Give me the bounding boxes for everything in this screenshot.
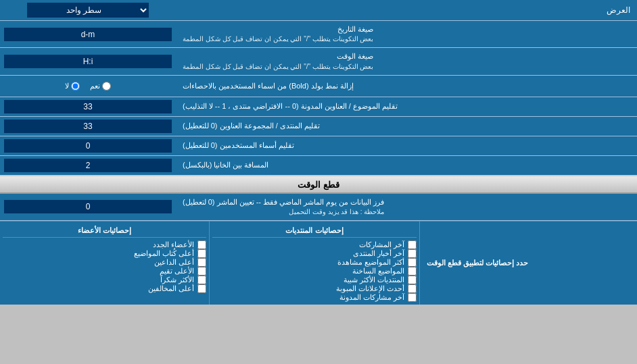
- realtime-section-header: قطع الوقت: [0, 176, 637, 194]
- checkbox-forum-news-input[interactable]: [408, 249, 417, 258]
- checkbox-most-similar-input[interactable]: [408, 276, 417, 284]
- checkbox-top-inviters-input[interactable]: [197, 258, 206, 267]
- members-stats-col: إحصائيات الأعضاء الأعضاء الجدد أعلى كُتا…: [0, 222, 209, 305]
- bold-remove-radio-area: نعم لا: [0, 76, 176, 97]
- bold-no-radio[interactable]: [71, 82, 80, 90]
- checkbox-top-violators: أعلى المخالفين: [3, 284, 206, 293]
- forums-stats-col: إحصائيات المنتديات آخر المشاركات آخر أخب…: [209, 222, 419, 305]
- checkbox-limit-label: حدد إحصائيات لتطبيق قطع الوقت: [419, 222, 637, 305]
- checkbox-forum-news: آخر أخبار المنتدى: [212, 249, 416, 258]
- gap-input-area: 2: [0, 156, 176, 175]
- checkbox-last-posts-input[interactable]: [408, 240, 417, 249]
- order-forums-row: تقليم المنتدى / المجموعة العناوين (0 للت…: [0, 117, 637, 136]
- gap-input[interactable]: 2: [4, 159, 172, 172]
- realtime-input[interactable]: 0: [4, 200, 172, 213]
- realtime-input-area: 0: [0, 194, 176, 220]
- checkbox-most-thanks: الأكثر شكراً: [3, 276, 206, 284]
- display-input-area: سطر واحد سطرين ثلاثة أسطر: [0, 0, 176, 20]
- checkbox-most-thanks-input[interactable]: [197, 276, 206, 284]
- bold-yes-radio[interactable]: [102, 82, 111, 90]
- checkbox-top-rated-input[interactable]: [197, 267, 206, 276]
- order-subjects-label: تقليم الموضوع / العناوين المدونة (0 -- ا…: [176, 97, 637, 116]
- order-subjects-input[interactable]: 33: [4, 100, 172, 113]
- order-users-label: تقليم أسماء المستخدمين (0 للتعطيل): [176, 136, 637, 155]
- order-users-input[interactable]: 0: [4, 139, 172, 153]
- checkbox-blog-posts-input[interactable]: [408, 293, 417, 302]
- time-format-input[interactable]: H:i: [4, 55, 172, 68]
- checkbox-latest-ads: أحدث الإعلانات المبوبة: [212, 284, 416, 293]
- gap-row: المسافة بين الخانيا (بالبكسل) 2: [0, 156, 637, 176]
- time-format-label: صيغة الوقت بعض التكوينات يتطلب "/" التي …: [176, 48, 637, 74]
- checkbox-new-members: الأعضاء الجدد: [3, 240, 206, 249]
- checkbox-top-rated: الأعلى تقيم: [3, 267, 206, 276]
- checkbox-new-members-input[interactable]: [197, 240, 206, 249]
- checkbox-top-inviters: أعلى الداعين: [3, 258, 206, 267]
- checkbox-hot-topics-input[interactable]: [408, 267, 417, 276]
- realtime-label: فرز البيانات من يوم الماشر الماضي فقط --…: [176, 194, 637, 220]
- bold-no-option[interactable]: لا: [65, 82, 80, 90]
- checkbox-most-viewed: أكثر المواضيع مشاهدة: [212, 258, 416, 267]
- checkbox-top-posters-input[interactable]: [197, 249, 206, 258]
- forums-stats-header: إحصائيات المنتديات: [212, 224, 416, 238]
- order-forums-input[interactable]: 33: [4, 120, 172, 133]
- time-format-row: صيغة الوقت بعض التكوينات يتطلب "/" التي …: [0, 48, 637, 75]
- members-stats-header: إحصائيات الأعضاء: [3, 224, 206, 238]
- checkbox-top-posters: أعلى كُتاب المواضيع: [3, 249, 206, 258]
- date-format-row: صيغة التاريخ بعض التكوينات يتطلب "/" الت…: [0, 21, 637, 48]
- checkbox-hot-topics: المواضيع الساخنة: [212, 267, 416, 276]
- bold-remove-label: إزالة نمط بولد (Bold) من اسماء المستخدمي…: [176, 76, 637, 97]
- checkbox-most-viewed-input[interactable]: [408, 258, 417, 267]
- order-subjects-input-area: 33: [0, 97, 176, 116]
- bold-remove-row: إزالة نمط بولد (Bold) من اسماء المستخدمي…: [0, 76, 637, 97]
- checkbox-latest-ads-input[interactable]: [408, 284, 417, 293]
- order-subjects-row: تقليم الموضوع / العناوين المدونة (0 -- ا…: [0, 97, 637, 117]
- gap-label: المسافة بين الخانيا (بالبكسل): [176, 156, 637, 175]
- date-format-label: صيغة التاريخ بعض التكوينات يتطلب "/" الت…: [176, 21, 637, 47]
- order-forums-input-area: 33: [0, 117, 176, 136]
- display-row: العرض سطر واحد سطرين ثلاثة أسطر: [0, 0, 637, 21]
- checkbox-most-similar: المنتديات الأكثر شبية: [212, 276, 416, 284]
- checkboxes-section: حدد إحصائيات لتطبيق قطع الوقت إحصائيات ا…: [0, 221, 637, 305]
- date-format-input-area: d-m: [0, 21, 176, 47]
- display-label: العرض: [176, 1, 637, 19]
- bold-radio-group: نعم لا: [62, 78, 114, 94]
- checkbox-top-violators-input[interactable]: [197, 284, 206, 293]
- bold-yes-option[interactable]: نعم: [90, 82, 111, 90]
- display-select[interactable]: سطر واحد سطرين ثلاثة أسطر: [27, 3, 149, 18]
- time-format-input-area: H:i: [0, 48, 176, 74]
- realtime-row: فرز البيانات من يوم الماشر الماضي فقط --…: [0, 194, 637, 221]
- checkbox-last-posts: آخر المشاركات: [212, 240, 416, 249]
- checkbox-blog-posts: آخر مشاركات المدونة: [212, 293, 416, 302]
- order-forums-label: تقليم المنتدى / المجموعة العناوين (0 للت…: [176, 117, 637, 136]
- date-format-input[interactable]: d-m: [4, 28, 172, 41]
- order-users-input-area: 0: [0, 136, 176, 155]
- order-users-row: تقليم أسماء المستخدمين (0 للتعطيل) 0: [0, 136, 637, 156]
